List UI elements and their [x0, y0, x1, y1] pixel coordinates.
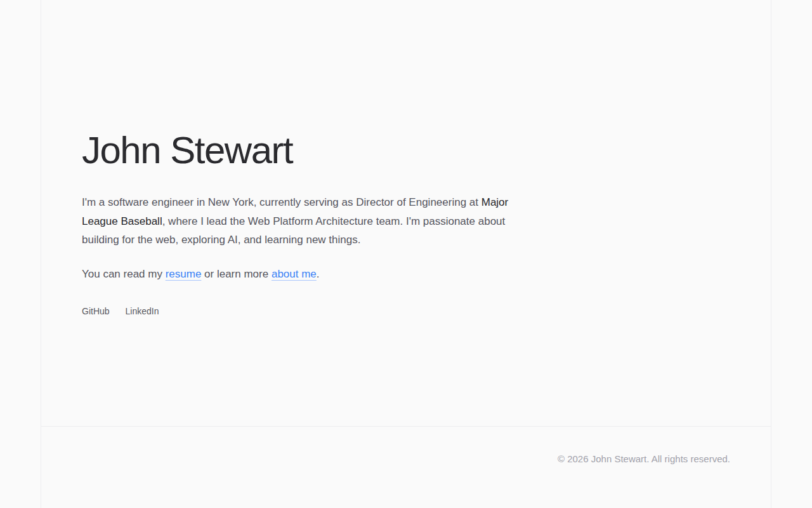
linkedin-link[interactable]: LinkedIn — [126, 306, 159, 316]
links-sentence-part3: . — [317, 268, 320, 280]
intro-text-before-org: I'm a software engineer in New York, cur… — [82, 196, 481, 208]
social-links-row: GitHub LinkedIn — [82, 306, 730, 316]
resume-link[interactable]: resume — [166, 268, 202, 280]
links-paragraph: You can read my resume or learn more abo… — [82, 265, 511, 284]
intro-paragraph: I'm a software engineer in New York, cur… — [82, 193, 511, 250]
main-content: John Stewart I'm a software engineer in … — [41, 0, 771, 427]
page-footer: © 2026 John Stewart. All rights reserved… — [41, 427, 771, 507]
links-sentence-part1: You can read my — [82, 268, 166, 280]
page-column: John Stewart I'm a software engineer in … — [41, 0, 771, 508]
copyright-text: © 2026 John Stewart. All rights reserved… — [558, 453, 730, 464]
links-sentence-part2: or learn more — [201, 268, 272, 280]
about-me-link[interactable]: about me — [272, 268, 317, 280]
page-title: John Stewart — [82, 130, 730, 171]
github-link[interactable]: GitHub — [82, 306, 110, 316]
